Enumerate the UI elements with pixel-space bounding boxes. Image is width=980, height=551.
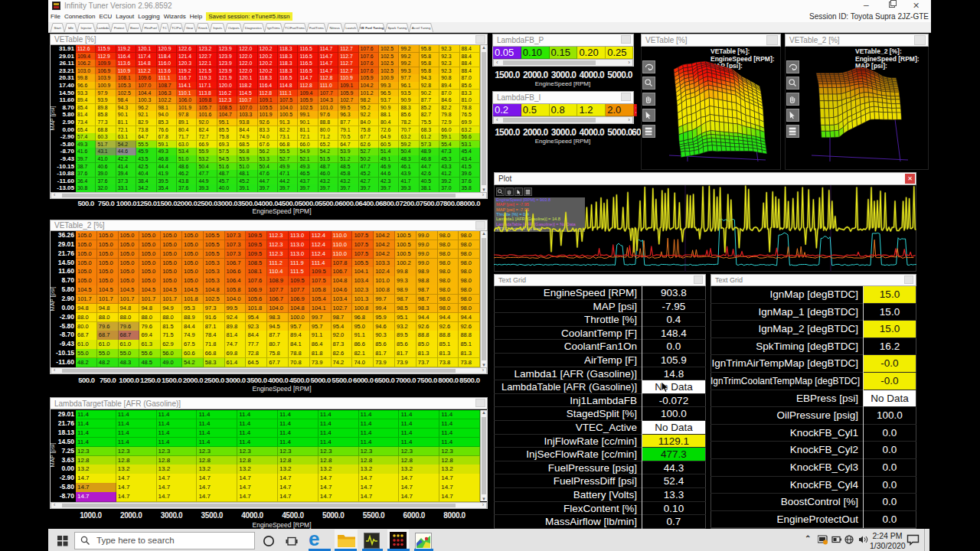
svg-text:TC: TC xyxy=(162,26,167,30)
svg-text:Nitrous: Nitrous xyxy=(329,26,340,30)
svg-text:Gear: Gear xyxy=(186,26,194,30)
svg-text:Start: Start xyxy=(54,26,62,30)
svg-text:Inputs: Inputs xyxy=(213,26,222,30)
svg-text:Lambda: Lambda xyxy=(97,26,109,30)
svg-text:Outputs: Outputs xyxy=(228,26,240,30)
svg-text:Knock: Knock xyxy=(198,26,208,30)
svg-text:IgnTrims: IgnTrims xyxy=(267,26,280,30)
svg-text:TC/FuelTrims: TC/FuelTrims xyxy=(285,26,305,30)
svg-text:Accel Tuning: Accel Tuning xyxy=(412,26,431,30)
svg-text:Protect: Protect xyxy=(114,26,125,30)
svg-text:Launch: Launch xyxy=(345,26,357,30)
svg-text:VE Fuel Tuning: VE Fuel Tuning xyxy=(360,26,384,30)
svg-text:Idle: Idle xyxy=(68,26,74,30)
svg-text:Spark Tuning: Spark Tuning xyxy=(387,26,407,30)
svg-text:FlexFuel: FlexFuel xyxy=(144,26,157,30)
svg-text:TC/Pw: TC/Pw xyxy=(172,26,182,30)
svg-text:Diagnostics: Diagnostics xyxy=(245,26,262,30)
svg-text:FuelTrims: FuelTrims xyxy=(309,26,324,30)
svg-text:Injector: Injector xyxy=(81,26,93,30)
svg-text:Boost: Boost xyxy=(130,26,139,30)
